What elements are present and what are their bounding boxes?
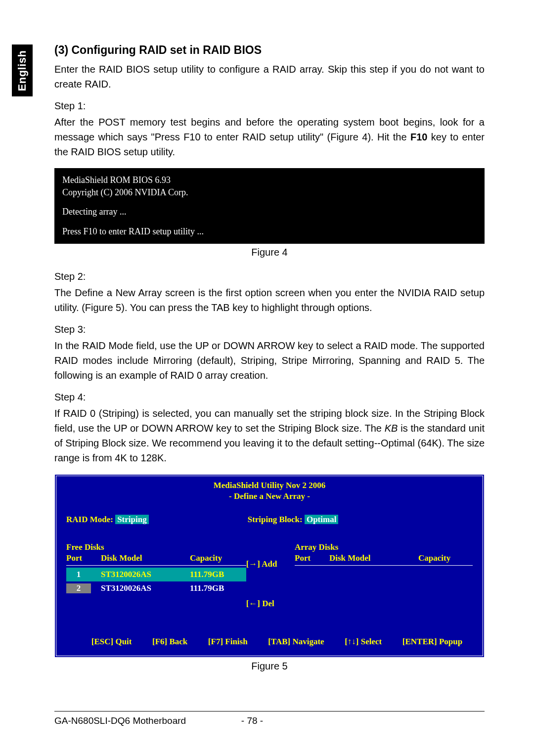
footer-select[interactable]: [↑↓] Select — [345, 637, 382, 647]
figure4-blank2 — [62, 219, 477, 225]
array-disks-title: Array Disks — [295, 542, 473, 552]
step1-paragraph: After the POST memory test begins and be… — [54, 115, 485, 159]
figure4-caption: Figure 4 — [54, 247, 485, 258]
disk-model: ST3120026AS — [101, 570, 190, 579]
footer-quit[interactable]: [ESC] Quit — [91, 637, 132, 647]
footer-navigate[interactable]: [TAB] Navigate — [268, 637, 324, 647]
figure5-caption: Figure 5 — [54, 661, 485, 672]
footer-popup[interactable]: [ENTER] Popup — [402, 637, 462, 647]
col-model-header: Disk Model — [101, 553, 190, 563]
free-disks-headers: Port Disk Model Capacity — [66, 553, 246, 566]
col-capacity-header: Capacity — [418, 553, 473, 563]
figure4-console: MediaShield ROM BIOS 6.93 Copyright (C) … — [54, 168, 485, 244]
figure4-blank1 — [62, 199, 477, 206]
free-disks-table: 1 ST3120026AS 111.79GB 2 ST3120026AS 111… — [66, 568, 246, 622]
footer-finish[interactable]: [F7] Finish — [208, 637, 248, 647]
step3-paragraph: In the RAID Mode field, use the UP or DO… — [54, 338, 485, 383]
document-page: English (3) Configuring RAID set in RAID… — [0, 0, 534, 756]
figure4-line4: Press F10 to enter RAID setup utility ..… — [62, 225, 477, 238]
array-disks-table — [295, 568, 473, 622]
col-port-header: Port — [66, 553, 101, 563]
bios-columns: Free Disks Port Disk Model Capacity 1 ST… — [56, 528, 483, 624]
footer-back[interactable]: [F6] Back — [152, 637, 187, 647]
disk-row[interactable]: 2 ST3120026AS 111.79GB — [66, 581, 246, 595]
bios-title-line1: MediaShield Utility Nov 2 2006 — [56, 480, 483, 491]
disk-row[interactable]: 1 ST3120026AS 111.79GB — [66, 568, 246, 581]
intro-paragraph: Enter the RAID BIOS setup utility to con… — [54, 62, 485, 91]
col-port-header: Port — [295, 553, 329, 563]
disk-port: 2 — [66, 583, 91, 593]
disk-capacity: 111.79GB — [190, 570, 244, 579]
step2-label: Step 2: — [54, 271, 485, 282]
array-disks-headers: Port Disk Model Capacity — [295, 553, 473, 566]
col-model-header: Disk Model — [329, 553, 418, 563]
bios-settings-row: RAID Mode: Striping Striping Block: Opti… — [56, 505, 483, 528]
language-tab: English — [12, 44, 33, 96]
page-footer: GA-N680SLI-DQ6 Motherboard - 78 - — [54, 711, 485, 726]
step4-label: Step 4: — [54, 392, 485, 403]
step3-label: Step 3: — [54, 324, 485, 335]
raid-mode-value[interactable]: Striping — [115, 515, 149, 524]
free-disks-column: Free Disks Port Disk Model Capacity 1 ST… — [66, 542, 246, 622]
footer-page-number: - 78 - — [232, 715, 272, 726]
disk-capacity: 111.79GB — [190, 583, 244, 593]
step1-f10-key: F10 — [410, 132, 427, 142]
section-heading: (3) Configuring RAID set in RAID BIOS — [54, 44, 485, 57]
figure4-line3: Detecting array ... — [62, 206, 477, 218]
bios-mid-actions: [→] Add [←] Del — [246, 559, 295, 609]
array-disks-column: Array Disks Port Disk Model Capacity — [295, 542, 473, 622]
content-area: (3) Configuring RAID set in RAID BIOS En… — [54, 44, 485, 672]
raid-mode-setting: RAID Mode: Striping — [66, 515, 149, 525]
figure4-line1: MediaShield ROM BIOS 6.93 — [62, 174, 477, 186]
figure4-line2: Copyright (C) 2006 NVIDIA Corp. — [62, 186, 477, 199]
disk-port: 1 — [66, 570, 91, 579]
bios-mid-column: [→] Add [←] Del — [246, 542, 295, 622]
disk-model: ST3120026AS — [101, 583, 190, 593]
striping-block-value[interactable]: Optimal — [305, 515, 338, 524]
step1-label: Step 1: — [54, 100, 485, 112]
free-disks-title: Free Disks — [66, 542, 246, 552]
bios-title-line2: - Define a New Array - — [56, 491, 483, 502]
striping-block-label: Striping Block: — [248, 515, 303, 524]
footer-product: GA-N680SLI-DQ6 Motherboard — [54, 715, 232, 726]
action-del[interactable]: [←] Del — [246, 599, 295, 609]
raid-mode-label: RAID Mode: — [66, 515, 113, 524]
bios-header: MediaShield Utility Nov 2 2006 - Define … — [56, 476, 483, 505]
bios-footer: [ESC] Quit [F6] Back [F7] Finish [TAB] N… — [56, 624, 483, 651]
col-capacity-header: Capacity — [190, 553, 244, 563]
language-label: English — [16, 50, 29, 91]
step4-paragraph: If RAID 0 (Striping) is selected, you ca… — [54, 406, 485, 465]
striping-block-setting: Striping Block: Optimal — [248, 515, 339, 525]
step2-paragraph: The Define a New Array screen is the fir… — [54, 285, 485, 315]
step4-kb-italic: KB — [385, 423, 398, 434]
bios-utility-window: MediaShield Utility Nov 2 2006 - Define … — [54, 474, 485, 658]
action-add[interactable]: [→] Add — [246, 559, 295, 569]
